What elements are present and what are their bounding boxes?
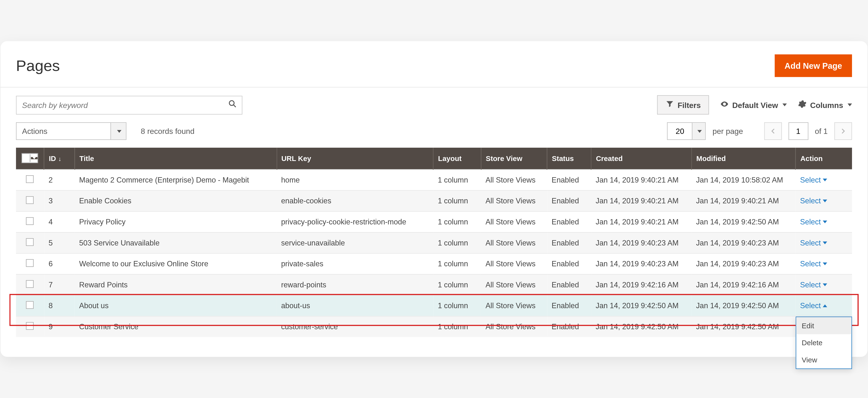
cell-url_key: about-us	[277, 295, 433, 317]
columns-button[interactable]: Columns	[798, 100, 852, 110]
cell-layout: 1 column	[433, 317, 481, 337]
actions-select[interactable]: Actions	[16, 122, 126, 140]
chevron-right-icon	[840, 128, 846, 134]
page-size-value: 20	[668, 123, 692, 139]
col-store-view[interactable]: Store View	[481, 148, 547, 169]
cell-status: Enabled	[547, 191, 591, 211]
action-edit[interactable]: Edit	[796, 317, 851, 334]
cell-created: Jan 14, 2019 9:42:16 AM	[591, 274, 691, 295]
select-action-link[interactable]: Select	[800, 176, 828, 184]
cell-title: Reward Points	[75, 274, 277, 295]
default-view-button[interactable]: Default View	[720, 100, 787, 110]
cell-layout: 1 column	[433, 274, 481, 295]
table-row[interactable]: 2Magento 2 Commerce (Enterprise) Demo - …	[16, 169, 852, 191]
cell-layout: 1 column	[433, 254, 481, 274]
select-all-checkbox[interactable]	[22, 153, 38, 163]
table-row[interactable]: 3Enable Cookiesenable-cookies1 columnAll…	[16, 191, 852, 211]
cell-created: Jan 14, 2019 9:40:23 AM	[591, 254, 691, 274]
cell-title: Enable Cookies	[75, 191, 277, 211]
filters-button[interactable]: Filters	[657, 95, 709, 114]
cell-action: Select	[796, 254, 852, 274]
select-action-link[interactable]: Select	[800, 260, 828, 268]
cell-created: Jan 14, 2019 9:42:50 AM	[591, 295, 691, 317]
select-action-link[interactable]: Select	[800, 302, 828, 310]
gear-icon	[798, 100, 807, 110]
table-row[interactable]: 9Customer Servicecustomer-service1 colum…	[16, 317, 852, 337]
page-size-toggle[interactable]	[692, 123, 706, 139]
cell-status: Enabled	[547, 169, 591, 191]
row-checkbox[interactable]	[26, 322, 34, 330]
cell-id: 3	[44, 191, 74, 211]
select-action-link[interactable]: Select	[800, 239, 828, 247]
row-checkbox[interactable]	[26, 280, 34, 288]
cell-id: 4	[44, 211, 74, 232]
search-input[interactable]	[16, 96, 242, 114]
col-id[interactable]: ID↓	[44, 148, 74, 169]
page-size-select[interactable]: 20	[667, 122, 706, 140]
divider	[0, 87, 868, 88]
cell-created: Jan 14, 2019 9:40:21 AM	[591, 191, 691, 211]
table-row[interactable]: 4Privacy Policyprivacy-policy-cookie-res…	[16, 211, 852, 232]
row-checkbox[interactable]	[26, 196, 34, 204]
action-view[interactable]: View	[796, 351, 851, 368]
table-row[interactable]: 5503 Service Unavailableservice-unavaila…	[16, 232, 852, 254]
next-page-button[interactable]	[834, 122, 852, 140]
cell-action: Select	[796, 211, 852, 232]
chevron-down-icon	[782, 104, 787, 106]
row-checkbox[interactable]	[26, 217, 34, 225]
select-label: Select	[800, 302, 821, 310]
col-url-key[interactable]: URL Key	[277, 148, 433, 169]
col-layout[interactable]: Layout	[433, 148, 481, 169]
sort-desc-icon: ↓	[58, 156, 61, 162]
select-action-link[interactable]: Select	[800, 197, 828, 205]
table-row[interactable]: 8About usabout-us1 columnAll Store Views…	[16, 295, 852, 317]
cell-id: 9	[44, 317, 74, 337]
cell-action: Select	[796, 274, 852, 295]
col-modified[interactable]: Modified	[692, 148, 796, 169]
cell-layout: 1 column	[433, 232, 481, 254]
actions-toggle[interactable]	[111, 123, 126, 139]
cell-store_view: All Store Views	[481, 211, 547, 232]
page-header: Pages Add New Page	[16, 55, 852, 77]
col-title[interactable]: Title	[75, 148, 277, 169]
row-checkbox[interactable]	[26, 259, 34, 267]
cell-action: Select	[796, 191, 852, 211]
cell-created: Jan 14, 2019 9:40:21 AM	[591, 169, 691, 191]
col-action[interactable]: Action	[796, 148, 852, 169]
cell-modified: Jan 14, 2019 9:42:16 AM	[692, 274, 796, 295]
cell-action: Select	[796, 232, 852, 254]
add-new-page-button[interactable]: Add New Page	[775, 55, 852, 77]
select-label: Select	[800, 239, 821, 247]
columns-label: Columns	[810, 100, 843, 109]
page-input[interactable]	[788, 122, 808, 140]
row-checkbox[interactable]	[26, 238, 34, 246]
col-created[interactable]: Created	[591, 148, 691, 169]
select-label: Select	[800, 260, 821, 268]
cell-modified: Jan 14, 2019 9:42:50 AM	[692, 211, 796, 232]
select-action-link[interactable]: Select	[800, 218, 828, 226]
col-id-label: ID	[49, 154, 56, 162]
eye-icon	[720, 100, 729, 110]
table-row[interactable]: 7Reward Pointsreward-points1 columnAll S…	[16, 274, 852, 295]
cell-id: 8	[44, 295, 74, 317]
cell-id: 2	[44, 169, 74, 191]
cell-layout: 1 column	[433, 191, 481, 211]
prev-page-button[interactable]	[764, 122, 782, 140]
chevron-down-icon	[823, 221, 827, 223]
select-action-link[interactable]: Select	[800, 280, 828, 289]
actions-label: Actions	[17, 123, 111, 139]
funnel-icon	[665, 100, 674, 110]
select-label: Select	[800, 280, 821, 289]
cell-store_view: All Store Views	[481, 191, 547, 211]
col-status[interactable]: Status	[547, 148, 591, 169]
col-select-all[interactable]	[16, 148, 44, 169]
row-checkbox[interactable]	[26, 301, 34, 309]
cell-title: Magento 2 Commerce (Enterprise) Demo - M…	[75, 169, 277, 191]
cell-title: Privacy Policy	[75, 211, 277, 232]
table-row[interactable]: 6Welcome to our Exclusive Online Storepr…	[16, 254, 852, 274]
cell-store_view: All Store Views	[481, 169, 547, 191]
row-checkbox[interactable]	[26, 175, 34, 183]
action-delete[interactable]: Delete	[796, 334, 851, 351]
default-view-label: Default View	[732, 100, 778, 109]
chevron-down-icon	[823, 242, 827, 244]
